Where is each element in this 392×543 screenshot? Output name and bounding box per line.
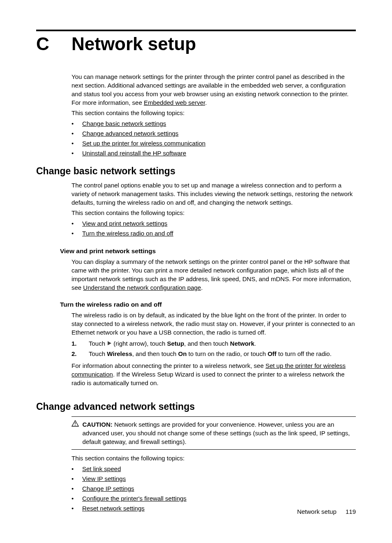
basic-topics-list: View and print network settings Turn the… bbox=[71, 219, 356, 238]
basic-block: The control panel options enable you to … bbox=[71, 181, 356, 238]
intro-topics-label: This section contains the following topi… bbox=[71, 109, 356, 117]
topic-item: Configure the printer's firewall setting… bbox=[82, 494, 356, 504]
change-basic-link[interactable]: Change basic network settings bbox=[82, 120, 166, 127]
radio-paragraph-1: The wireless radio is on by default, as … bbox=[71, 311, 356, 337]
topic-item: Turn the wireless radio on and off bbox=[82, 229, 356, 238]
step2-on: On bbox=[178, 350, 187, 357]
set-link-speed-link[interactable]: Set link speed bbox=[82, 465, 121, 472]
radio-block: Turn the wireless radio on and off bbox=[60, 301, 356, 308]
caution-icon bbox=[71, 420, 81, 428]
change-advanced-link[interactable]: Change advanced network settings bbox=[82, 130, 178, 137]
step1-text-b: (right arrow), touch bbox=[112, 340, 167, 347]
right-arrow-icon bbox=[107, 339, 112, 349]
step-number: 1. bbox=[71, 339, 77, 349]
intro-topics-list: Change basic network settings Change adv… bbox=[71, 119, 356, 158]
embedded-web-server-link[interactable]: Embedded web server bbox=[144, 99, 205, 106]
step1-text-c: , and then touch bbox=[184, 340, 230, 347]
chapter-top-rule bbox=[36, 30, 356, 31]
step2-text-b: , and then touch bbox=[132, 350, 178, 357]
caution-text: CAUTION: Network settings are provided f… bbox=[82, 420, 355, 446]
understand-config-link[interactable]: Understand the network configuration pag… bbox=[83, 284, 201, 291]
step2-text-a: Touch bbox=[89, 350, 107, 357]
intro-text-b: . bbox=[205, 99, 207, 106]
topic-item: View IP settings bbox=[82, 474, 356, 484]
topic-item: Change basic network settings bbox=[82, 119, 356, 129]
page-footer: Network setup 119 bbox=[297, 508, 356, 515]
topic-item: Change advanced network settings bbox=[82, 129, 356, 139]
step1-text-d: . bbox=[254, 340, 256, 347]
step-number: 2. bbox=[71, 349, 77, 359]
topic-item: Uninstall and reinstall the HP software bbox=[82, 148, 356, 158]
step2-text-d: to turn off the radio. bbox=[277, 350, 332, 357]
step2-off: Off bbox=[267, 350, 277, 357]
svg-marker-0 bbox=[108, 341, 111, 345]
basic-paragraph-1: The control panel options enable you to … bbox=[71, 181, 356, 207]
advanced-block: CAUTION: Network settings are provided f… bbox=[71, 416, 356, 513]
view-print-link[interactable]: View and print network settings bbox=[82, 220, 167, 227]
viewprint-body: You can display a summary of the network… bbox=[71, 257, 356, 292]
radio-paragraph-2: For information about connecting the pri… bbox=[71, 361, 356, 387]
svg-point-3 bbox=[75, 425, 76, 425]
viewprint-text-b: . bbox=[201, 284, 203, 291]
radio-steps: 1. Touch (right arrow), touch Setup, and… bbox=[71, 339, 356, 359]
footer-label: Network setup bbox=[297, 508, 337, 515]
step1-text-a: Touch bbox=[89, 340, 107, 347]
configure-firewall-link[interactable]: Configure the printer's firewall setting… bbox=[82, 495, 187, 502]
step2-text-c: to turn on the radio, or touch bbox=[187, 350, 267, 357]
viewprint-block: View and print network settings bbox=[60, 247, 356, 255]
basic-heading: Change basic network settings bbox=[36, 166, 356, 177]
step1-network: Network bbox=[230, 340, 254, 347]
step-item: 2. Touch Wireless, and then touch On to … bbox=[89, 349, 356, 359]
caution-box: CAUTION: Network settings are provided f… bbox=[71, 416, 356, 450]
chapter-letter: C bbox=[36, 34, 71, 54]
chapter-header: C Network setup bbox=[36, 34, 356, 54]
viewprint-heading: View and print network settings bbox=[60, 247, 356, 255]
advanced-topics-label: This section contains the following topi… bbox=[71, 454, 356, 462]
radio-body: The wireless radio is on by default, as … bbox=[71, 311, 356, 387]
uninstall-reinstall-link[interactable]: Uninstall and reinstall the HP software bbox=[82, 150, 186, 157]
change-ip-link[interactable]: Change IP settings bbox=[82, 485, 134, 492]
step-item: 1. Touch (right arrow), touch Setup, and… bbox=[89, 339, 356, 349]
advanced-topics-list: Set link speed View IP settings Change I… bbox=[71, 464, 356, 513]
page-number: 119 bbox=[346, 508, 356, 515]
intro-block: You can manage network settings for the … bbox=[71, 72, 356, 158]
step1-setup: Setup bbox=[167, 340, 184, 347]
reset-network-link[interactable]: Reset network settings bbox=[82, 505, 145, 512]
turn-radio-link[interactable]: Turn the wireless radio on and off bbox=[82, 230, 173, 237]
radio-heading: Turn the wireless radio on and off bbox=[60, 301, 356, 308]
step2-wireless: Wireless bbox=[107, 350, 132, 357]
radio-p2-text-a: For information about connecting the pri… bbox=[71, 362, 265, 369]
topic-item: Change IP settings bbox=[82, 484, 356, 494]
basic-topics-label: This section contains the following topi… bbox=[71, 208, 356, 217]
chapter-title: Network setup bbox=[71, 34, 196, 54]
caution-label: CAUTION: bbox=[82, 421, 112, 428]
topic-item: View and print network settings bbox=[82, 219, 356, 229]
setup-wireless-link[interactable]: Set up the printer for wireless communic… bbox=[82, 140, 205, 147]
intro-text-a: You can manage network settings for the … bbox=[71, 73, 349, 106]
viewprint-paragraph: You can display a summary of the network… bbox=[71, 257, 356, 292]
view-ip-link[interactable]: View IP settings bbox=[82, 475, 126, 482]
topic-item: Set up the printer for wireless communic… bbox=[82, 139, 356, 148]
advanced-heading: Change advanced network settings bbox=[36, 401, 356, 412]
topic-item: Set link speed bbox=[82, 464, 356, 474]
intro-paragraph: You can manage network settings for the … bbox=[71, 72, 356, 107]
caution-body: Network settings are provided for your c… bbox=[82, 421, 350, 445]
